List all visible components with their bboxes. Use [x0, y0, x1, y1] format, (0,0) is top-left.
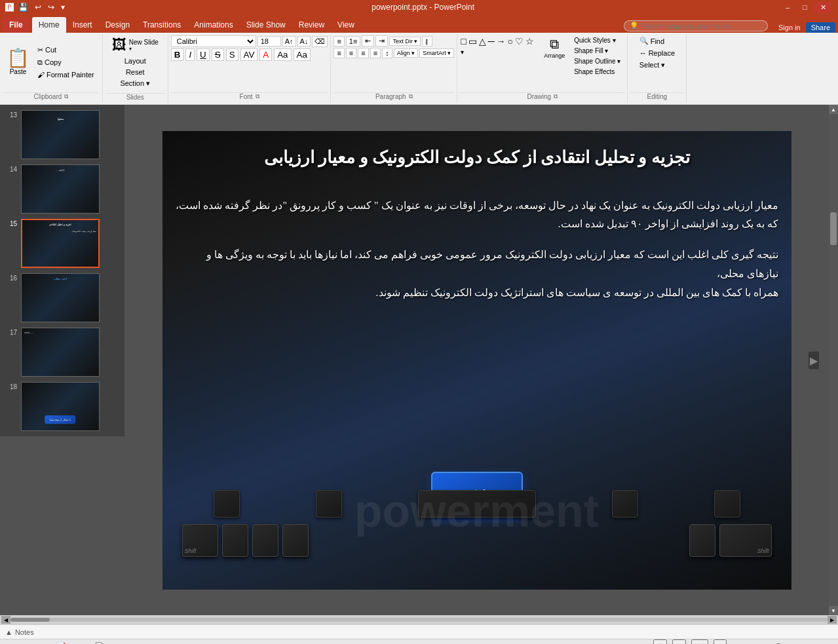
font-decrease-btn[interactable]: A↓ [297, 36, 311, 47]
drawing-expand-icon[interactable]: ⧉ [554, 93, 558, 100]
arrange-button[interactable]: ⧉ Arrange [541, 35, 567, 60]
qa-dropdown[interactable]: ▾ [59, 2, 67, 12]
format-painter-button[interactable]: 🖌Format Painter [33, 69, 98, 80]
shape-triangle[interactable]: △ [478, 35, 487, 47]
reset-button[interactable]: Reset [122, 67, 149, 77]
sign-in-button[interactable]: Sign in [773, 22, 806, 33]
text-highlight-button[interactable]: Aa [274, 48, 291, 61]
find-button[interactable]: 🔍 Find [636, 35, 679, 47]
qa-save[interactable]: 💾 [16, 2, 30, 12]
tab-design[interactable]: Design [99, 17, 136, 33]
share-button[interactable]: Share [806, 22, 835, 33]
scroll-right-btn[interactable]: ▶ [828, 616, 837, 624]
new-slide-button[interactable]: 🖼 New Slide ▾ [109, 35, 161, 55]
char-spacing-button[interactable]: AV [240, 48, 258, 61]
slideshow-btn[interactable]: ▶ [714, 639, 727, 644]
slide-thumb-18[interactable]: 18 با تشکر از توجه شما [0, 379, 124, 434]
scroll-track[interactable] [829, 114, 838, 606]
slide-sorter-btn[interactable]: ⊞ [672, 639, 686, 644]
numbering-button[interactable]: 1≡ [346, 36, 361, 47]
slide-canvas[interactable]: Shift Shift ctrl [162, 131, 791, 590]
shape-rounded-rect[interactable]: ▭ [468, 35, 478, 47]
slide-thumb-13[interactable]: 13 محتوا [0, 107, 124, 162]
notes-label[interactable]: Notes [15, 628, 34, 636]
shape-heart[interactable]: ♡ [514, 35, 524, 47]
strikethrough-button[interactable]: S [212, 48, 224, 61]
shadow-button[interactable]: S [226, 48, 238, 61]
qa-redo[interactable]: ↪ [46, 2, 56, 12]
tab-animations[interactable]: Animations [187, 17, 239, 33]
shape-effects-button[interactable]: Shape Effects [570, 67, 624, 77]
clear-format-btn[interactable]: ⌫ [312, 36, 328, 47]
zoom-in-btn[interactable]: ＋ [802, 641, 809, 644]
shape-arrow[interactable]: → [496, 35, 506, 47]
shape-rect[interactable]: □ [460, 35, 467, 47]
indent-more-button[interactable]: ⇥ [375, 35, 388, 47]
smartart-button[interactable]: SmartArt ▾ [419, 48, 454, 58]
shape-more[interactable]: ▾ [460, 48, 465, 56]
shape-star[interactable]: ☆ [525, 35, 535, 47]
align-right-button[interactable]: ≡ [358, 48, 368, 58]
reading-view-btn[interactable]: 📖 [691, 639, 708, 644]
layout-button[interactable]: Layout [121, 56, 150, 66]
qa-undo[interactable]: ↩ [33, 2, 43, 12]
slide-main-view[interactable]: ◀ Shift Shi [124, 105, 829, 615]
maximize-btn[interactable]: □ [796, 2, 814, 13]
tell-me-bar[interactable]: 💡 [624, 20, 768, 31]
line-spacing-button[interactable]: ↕ [382, 48, 392, 58]
font-color-button[interactable]: A [259, 48, 272, 61]
font-increase-btn[interactable]: A↑ [282, 36, 296, 47]
font-expand-icon[interactable]: ⧉ [256, 93, 259, 100]
bullets-button[interactable]: ≡ [333, 36, 344, 47]
font-family-select[interactable]: Calibri [171, 35, 256, 47]
font-size-input[interactable] [257, 36, 281, 47]
bold-button[interactable]: B [171, 48, 184, 61]
columns-button[interactable]: ⫿ [422, 36, 432, 47]
tab-home[interactable]: Home [32, 17, 66, 33]
shape-oval[interactable]: ○ [507, 35, 514, 47]
h-scroll-thumb[interactable] [10, 618, 50, 622]
tab-slideshow[interactable]: Slide Show [240, 17, 292, 33]
tab-file[interactable]: File [3, 17, 29, 33]
tab-view[interactable]: View [331, 17, 361, 33]
tab-insert[interactable]: Insert [66, 17, 99, 33]
clipboard-expand-icon[interactable]: ⧉ [64, 93, 68, 100]
text-direction-button[interactable]: Text Dir ▾ [389, 37, 421, 46]
quick-styles-button[interactable]: Quick Styles ▾ [570, 35, 624, 45]
right-scrollbar[interactable]: ▲ ▼ [829, 105, 838, 615]
italic-button[interactable]: I [185, 48, 195, 61]
cut-button[interactable]: ✂Cut [33, 45, 98, 56]
shape-outline-button[interactable]: Shape Outline ▾ [570, 56, 624, 66]
scroll-thumb[interactable] [830, 212, 837, 245]
select-button[interactable]: Select ▾ [636, 60, 679, 71]
slide-thumb-16[interactable]: 16 ادامه مطلب [0, 271, 124, 325]
tab-review[interactable]: Review [292, 17, 331, 33]
tab-transitions[interactable]: Transitions [136, 17, 187, 33]
align-text-button[interactable]: Align ▾ [394, 48, 419, 58]
horizontal-scrollbar[interactable]: ◀ ▶ [0, 615, 838, 624]
tell-me-input[interactable] [641, 22, 762, 30]
replace-button[interactable]: ↔ Replace [636, 48, 679, 58]
justify-button[interactable]: ≡ [370, 48, 381, 58]
close-btn[interactable]: ✕ [814, 2, 833, 13]
section-button[interactable]: Section ▾ [116, 78, 154, 89]
slide-thumb-15[interactable]: 15 تجزیه و تحلیل انتقادی معیار ارزیابی د… [0, 216, 124, 271]
zoom-control[interactable]: － ＋ 106% [737, 641, 833, 644]
shape-fill-button[interactable]: Shape Fill ▾ [570, 46, 624, 56]
align-center-button[interactable]: ≡ [346, 48, 356, 58]
scroll-left-btn[interactable]: ◀ [1, 616, 10, 624]
underline-button[interactable]: U [197, 48, 210, 61]
scroll-down-btn[interactable]: ▼ [829, 606, 838, 615]
slide-thumb-17[interactable]: 17 refs... [0, 325, 124, 379]
paste-button[interactable]: 📋 Paste [4, 48, 32, 77]
scroll-up-btn[interactable]: ▲ [829, 105, 838, 114]
zoom-out-btn[interactable]: － [737, 641, 744, 644]
font-size-aa-button[interactable]: Aa [294, 48, 311, 61]
normal-view-btn[interactable]: ⊡ [653, 639, 667, 644]
slide-thumb-14[interactable]: 14 ادامه... [0, 162, 124, 216]
minimize-btn[interactable]: – [779, 2, 796, 13]
copy-button[interactable]: ⧉Copy [33, 57, 98, 68]
shape-line[interactable]: ─ [487, 35, 495, 47]
paragraph-expand-icon[interactable]: ⧉ [409, 93, 413, 100]
slide-right-nav[interactable]: ▶ [809, 351, 819, 369]
